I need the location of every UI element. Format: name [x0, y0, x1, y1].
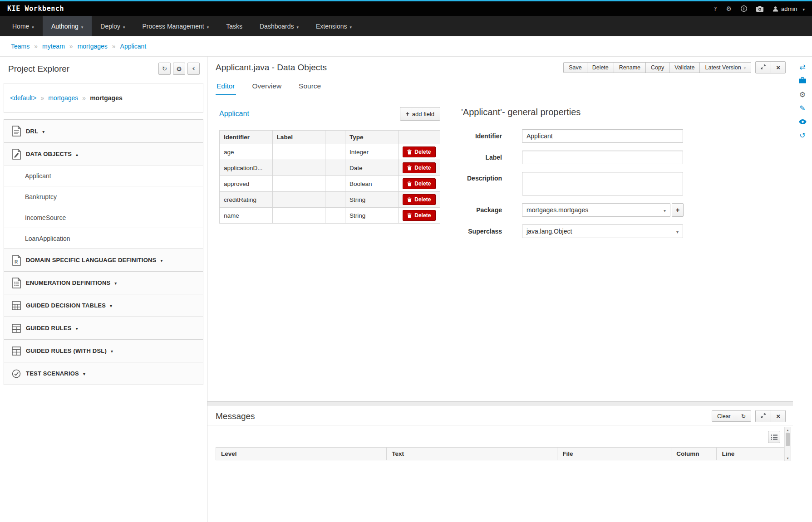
delete-button[interactable]: Delete: [587, 62, 614, 73]
data-object-item-incomesource[interactable]: IncomeSource: [4, 207, 203, 228]
superclass-select[interactable]: java.lang.Object: [522, 224, 683, 238]
section-label: TEST SCENARIOS: [26, 370, 85, 377]
scroll-up-icon[interactable]: [787, 427, 788, 433]
chevron-down-icon: [79, 23, 84, 30]
explorer-crumb-mortgages[interactable]: mortgages: [48, 94, 78, 102]
message-list-view-button[interactable]: [768, 431, 780, 443]
col-spacer: [325, 131, 345, 144]
data-object-item-applicant[interactable]: Applicant: [4, 165, 203, 186]
scrollbar-thumb[interactable]: [786, 433, 790, 446]
description-textarea[interactable]: [522, 172, 683, 195]
delete-field-button[interactable]: Delete: [403, 146, 436, 157]
validate-button[interactable]: Validate: [669, 62, 700, 73]
save-button[interactable]: Save: [563, 62, 587, 73]
briefcase-icon[interactable]: [799, 77, 806, 85]
new-package-button[interactable]: [672, 203, 684, 217]
section-drl[interactable]: DRL: [4, 120, 203, 142]
clear-messages-button[interactable]: Clear: [712, 410, 736, 422]
field-row-creditrating[interactable]: creditRating String Delete: [220, 192, 440, 208]
explorer-crumb-default[interactable]: <default>: [10, 94, 36, 102]
edit-icon[interactable]: [799, 105, 805, 112]
eye-icon[interactable]: [799, 118, 807, 126]
section-guided-decision-tables[interactable]: GUIDED DECISION TABLES: [4, 294, 203, 317]
section-guided-rules[interactable]: GUIDED RULES: [4, 317, 203, 339]
main-nav: Home Authoring Deploy Process Management…: [0, 16, 812, 36]
breadcrumb-link-myteam[interactable]: myteam: [42, 43, 65, 50]
breadcrumb-link-applicant[interactable]: Applicant: [120, 43, 147, 50]
nav-item-tasks[interactable]: Tasks: [217, 16, 251, 36]
object-name-link[interactable]: Applicant: [219, 110, 249, 118]
close-panel-button[interactable]: [771, 61, 786, 73]
data-objects-icon: [10, 149, 22, 160]
screenshot-camera-icon[interactable]: [756, 6, 763, 12]
data-object-item-loanapplication[interactable]: LoanApplication: [4, 228, 203, 249]
refresh-messages-button[interactable]: [736, 410, 751, 422]
delete-field-button[interactable]: Delete: [403, 210, 436, 221]
delete-field-button[interactable]: Delete: [403, 194, 436, 205]
gear-icon[interactable]: [799, 91, 806, 98]
nav-item-deploy[interactable]: Deploy: [92, 16, 133, 36]
field-row-applicationdate[interactable]: applicationD... Date Delete: [220, 160, 440, 176]
explorer-settings-button[interactable]: [173, 63, 185, 75]
label-input[interactable]: [522, 151, 683, 164]
app-root: KIE Workbench ? admin Home Authoring Dep…: [0, 0, 812, 522]
package-select[interactable]: mortgages.mortgages: [522, 203, 670, 217]
vertical-scrollbar[interactable]: [784, 427, 791, 461]
nav-item-extensions[interactable]: Extensions: [307, 16, 360, 36]
section-data-objects[interactable]: DATA OBJECTS: [4, 142, 203, 165]
trash-icon: [407, 165, 412, 171]
scroll-down-icon[interactable]: [787, 455, 788, 461]
general-properties-form: Identifier Label Description: [461, 129, 786, 238]
maximize-panel-button[interactable]: [755, 61, 771, 73]
info-icon[interactable]: [741, 5, 747, 12]
editor-action-buttons: Save Delete Rename Copy Validate Latest …: [563, 62, 751, 73]
section-guided-rules-with-dsl[interactable]: GUIDED RULES (WITH DSL): [4, 339, 203, 362]
field-spacer: [325, 208, 345, 224]
section-enumeration-definitions[interactable]: ENUMERATION DEFINITIONS: [4, 271, 203, 294]
fields-header-row: Applicant add field: [219, 107, 440, 121]
collapse-panel-button[interactable]: [187, 63, 200, 75]
swap-panels-icon[interactable]: [799, 63, 805, 71]
data-object-item-bankruptcy[interactable]: Bankruptcy: [4, 186, 203, 207]
nav-item-authoring[interactable]: Authoring: [43, 16, 92, 36]
sync-icon[interactable]: [799, 132, 805, 139]
section-label: GUIDED RULES: [26, 325, 78, 332]
section-label: DATA OBJECTS: [26, 151, 78, 157]
nav-item-process-management[interactable]: Process Management: [133, 16, 217, 36]
field-identifier: name: [220, 208, 273, 224]
nav-item-home[interactable]: Home: [4, 16, 43, 36]
editor-body: Applicant add field Identifier: [207, 95, 793, 401]
copy-button[interactable]: Copy: [645, 62, 669, 73]
close-messages-button[interactable]: [771, 410, 786, 422]
maximize-messages-button[interactable]: [755, 410, 771, 422]
plus-icon: [676, 206, 679, 214]
tab-source[interactable]: Source: [298, 78, 322, 95]
field-label: [272, 144, 325, 160]
user-menu[interactable]: admin: [773, 5, 805, 12]
user-icon: [773, 6, 778, 12]
test-scenarios-icon: [10, 369, 22, 378]
identifier-input[interactable]: [522, 129, 683, 143]
field-row-approved[interactable]: approved Boolean Delete: [220, 176, 440, 192]
delete-field-button[interactable]: Delete: [403, 178, 436, 189]
add-field-button[interactable]: add field: [400, 107, 440, 121]
field-actions: Delete: [398, 160, 440, 176]
masthead: KIE Workbench ? admin: [0, 1, 812, 16]
rename-button[interactable]: Rename: [614, 62, 646, 73]
fields-table: Identifier Label Type age: [219, 130, 440, 224]
tab-editor[interactable]: Editor: [216, 78, 236, 95]
tab-overview[interactable]: Overview: [251, 78, 283, 95]
settings-gear-icon[interactable]: [726, 5, 732, 12]
latest-version-dropdown[interactable]: Latest Version: [699, 62, 751, 73]
delete-field-button[interactable]: Delete: [403, 162, 436, 173]
help-icon[interactable]: ?: [714, 5, 717, 12]
col-text: Text: [387, 448, 557, 460]
breadcrumb-link-teams[interactable]: Teams: [11, 43, 30, 50]
field-row-name[interactable]: name String Delete: [220, 208, 440, 224]
section-test-scenarios[interactable]: TEST SCENARIOS: [4, 362, 203, 385]
refresh-button[interactable]: [158, 63, 171, 75]
breadcrumb-link-mortgages[interactable]: mortgages: [78, 43, 108, 50]
section-dsl-definitions[interactable]: R DOMAIN SPECIFIC LANGUAGE DEFINITIONS: [4, 249, 203, 271]
field-row-age[interactable]: age Integer Delete: [220, 144, 440, 160]
nav-item-dashboards[interactable]: Dashboards: [251, 16, 307, 36]
